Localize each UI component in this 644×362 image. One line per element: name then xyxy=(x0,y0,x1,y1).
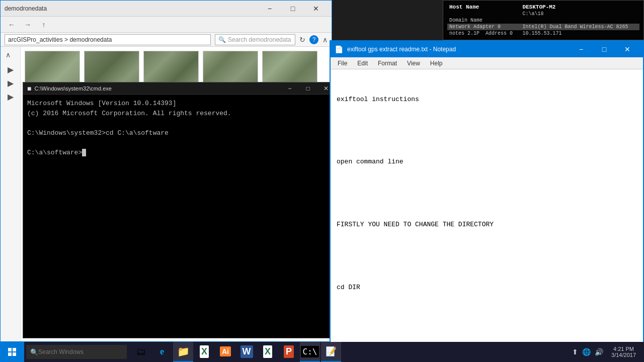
taskbar-tray: ⬆ 🌐 🔊 4:21 PM 3/14/2017 xyxy=(568,346,644,358)
taskbar-search[interactable]: 🔍 xyxy=(26,345,127,359)
explorer-icon: 📁 xyxy=(177,345,190,357)
np-line-4: cd DIR xyxy=(337,283,637,293)
network-domain-val xyxy=(520,17,639,24)
notepad-close-button[interactable]: ✕ xyxy=(616,41,639,57)
network-row1 xyxy=(447,11,520,17)
address-path: arcGISPro_activities > demodronedata xyxy=(8,36,112,43)
tray-volume-icon[interactable]: 🔊 xyxy=(595,348,603,356)
network-notes-label: notes 2.1P Address 0 xyxy=(447,30,520,37)
menu-view[interactable]: View xyxy=(402,59,425,68)
svg-rect-0 xyxy=(8,348,12,351)
cmd-minimize-button[interactable]: − xyxy=(281,82,299,95)
cmd-icon: ■ xyxy=(27,84,31,93)
files-icon: 🗂 xyxy=(136,346,146,357)
taskbar-app-pp[interactable]: P xyxy=(279,342,299,362)
np-line-blank3 xyxy=(337,251,637,262)
network-adapter-label: Network Adapter 0 xyxy=(447,24,520,30)
taskbar-apps: 🗂 e 📁 X Ai W X P C:\ 📝 xyxy=(129,342,568,362)
network-hostname-value: DESKTOP-M2 xyxy=(520,4,639,11)
search-bar[interactable]: 🔍 Search demodronedata xyxy=(215,34,295,45)
taskbar-app-excel1[interactable]: X xyxy=(194,342,214,362)
network-panel: Host Name DESKTOP-M2 C:\a\18 Domain Name… xyxy=(443,0,644,40)
cmd-line-5 xyxy=(27,138,335,148)
notepad-menubar: File Edit Format View Help xyxy=(331,57,643,69)
notepad-title: exiftool gps extract readme.txt - Notepa… xyxy=(347,46,570,53)
taskbar-app-files[interactable]: 🗂 xyxy=(131,342,151,362)
cmd-window: ■ C:\Windows\system32\cmd.exe − □ ✕ Micr… xyxy=(23,82,340,338)
taskbar-app-excel2[interactable]: X xyxy=(258,342,278,362)
cmd-maximize-button[interactable]: □ xyxy=(299,82,317,95)
windows-logo-icon xyxy=(8,348,16,356)
explorer-sidebar: ∧ ▶ ▶ ▶ xyxy=(1,47,21,341)
np-line-3: FIRSTLY YOU NEED TO CHANGE THE DIRECTORY xyxy=(337,220,637,230)
taskbar-app-word[interactable]: W xyxy=(236,342,257,362)
cmd-line-3 xyxy=(27,118,335,128)
sidebar-collapse-button[interactable]: ∧ xyxy=(1,49,20,61)
address-bar-row: arcGISPro_activities > demodronedata 🔍 S… xyxy=(1,33,332,47)
explorer-nav: ← → ↑ xyxy=(5,18,51,32)
explorer-maximize-button[interactable]: □ xyxy=(281,1,304,17)
svg-rect-1 xyxy=(13,348,16,351)
np-line-2: open command line xyxy=(337,157,637,167)
sidebar-item-1[interactable]: ▶ xyxy=(6,63,16,76)
tray-upload-icon[interactable]: ⬆ xyxy=(572,348,578,356)
powerpoint-icon: P xyxy=(284,345,294,358)
network-domain-label: Domain Name xyxy=(447,17,520,24)
taskbar-app-notepad[interactable]: 📝 xyxy=(321,342,341,362)
excel-icon: X xyxy=(200,345,209,358)
tray-network-icon[interactable]: 🌐 xyxy=(582,348,591,356)
notepad-content[interactable]: exiftool instructions open command line … xyxy=(331,69,643,358)
clock-time: 4:21 PM xyxy=(611,346,636,352)
cmd-taskbar-icon: C:\ xyxy=(301,346,319,357)
notepad-maximize-button[interactable]: □ xyxy=(593,41,616,57)
help-icon[interactable]: ? xyxy=(309,35,318,44)
np-line-blank2 xyxy=(337,189,637,199)
notepad-app-icon: 📄 xyxy=(335,45,343,53)
menu-help[interactable]: Help xyxy=(425,59,448,68)
cmd-title: C:\Windows\system32\cmd.exe xyxy=(34,85,281,92)
network-ip-val: 10.155.53.171 xyxy=(520,30,639,37)
notepad-window: 📄 exiftool gps extract readme.txt - Note… xyxy=(330,40,644,359)
start-button[interactable] xyxy=(0,342,24,362)
network-hostname-label: Host Name xyxy=(447,4,520,11)
network-adapter-val: Intel(R) Dual Band Wireless-AC 8265 xyxy=(520,24,639,30)
notepad-minimize-button[interactable]: − xyxy=(570,41,593,57)
sidebar-item-2[interactable]: ▶ xyxy=(6,76,16,90)
cmd-line-2: (c) 2016 Microsoft Corporation. All righ… xyxy=(27,109,335,119)
address-bar[interactable]: arcGISPro_activities > demodronedata xyxy=(5,34,211,45)
np-line-blank1 xyxy=(337,126,637,136)
taskbar-clock[interactable]: 4:21 PM 3/14/2017 xyxy=(607,346,640,358)
nav-back-button[interactable]: ← xyxy=(5,18,19,32)
menu-edit[interactable]: Edit xyxy=(352,59,373,68)
taskbar: 🔍 🗂 e 📁 X Ai W X P C:\ 📝 xyxy=(0,342,644,362)
menu-format[interactable]: Format xyxy=(373,59,402,68)
refresh-icon[interactable]: ↻ xyxy=(299,36,305,44)
cmd-line-4: C:\Windows\system32>cd C:\a\software xyxy=(27,128,335,138)
taskbar-app-ai[interactable]: Ai xyxy=(215,342,235,362)
search-placeholder: Search demodronedata xyxy=(228,36,291,43)
svg-rect-3 xyxy=(13,352,16,356)
word-icon: W xyxy=(240,345,253,358)
notepad-taskbar-icon: 📝 xyxy=(326,346,337,357)
sidebar-items: ▶ ▶ ▶ xyxy=(1,61,20,106)
menu-file[interactable]: File xyxy=(333,59,352,68)
collapse-icon[interactable]: ∧ xyxy=(323,36,328,44)
sidebar-item-3[interactable]: ▶ xyxy=(6,90,16,104)
taskbar-search-input[interactable] xyxy=(38,348,119,355)
explorer-close-button[interactable]: ✕ xyxy=(304,1,328,17)
nav-up-button[interactable]: ↑ xyxy=(37,18,51,32)
np-line-1: exiftool instructions xyxy=(337,95,637,105)
edge-icon: e xyxy=(160,346,164,357)
nav-forward-button[interactable]: → xyxy=(21,18,35,32)
cmd-line-1: Microsoft Windows [Version 10.0.14393] xyxy=(27,99,335,109)
taskbar-app-explorer[interactable]: 📁 xyxy=(173,342,193,362)
taskbar-search-icon: 🔍 xyxy=(30,348,38,356)
cmd-line-6: C:\a\software> xyxy=(27,148,335,158)
explorer-minimize-button[interactable]: − xyxy=(258,1,281,17)
svg-rect-2 xyxy=(8,352,12,356)
notepad-window-controls: − □ ✕ xyxy=(570,41,639,57)
notepad-titlebar: 📄 exiftool gps extract readme.txt - Note… xyxy=(331,41,643,57)
cmd-content[interactable]: Microsoft Windows [Version 10.0.14393] (… xyxy=(23,95,339,338)
taskbar-app-cmd[interactable]: C:\ xyxy=(300,342,320,362)
taskbar-app-edge[interactable]: e xyxy=(152,342,172,362)
